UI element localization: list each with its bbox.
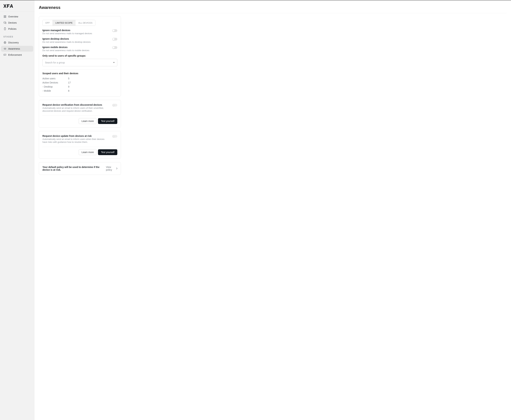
setting-desc: Do not send awareness mails to managed d… [42,32,109,35]
sidebar-item-label: Discovery [8,41,19,44]
setting-title: Ignore desktop devices [42,38,109,40]
group-select[interactable]: Search for a group [42,59,117,66]
setting-title: Request device update from devices at ri… [42,135,109,137]
update-setting: Request device update from devices at ri… [42,135,117,144]
sidebar-item-label: Enforcement [8,53,22,56]
view-policy-label: View policy [106,166,116,171]
svg-rect-3 [5,17,6,18]
scope-tab-limited[interactable]: LIMITED SCOPE [53,20,75,26]
policies-icon [3,27,7,30]
setting-desc: Automatically send an email to inform us… [42,106,109,112]
sidebar-item-overview[interactable]: Overview [1,14,33,20]
sidebar-item-label: Policies [8,28,16,30]
stat-row: - Mobile 8 [42,89,117,93]
sidebar: Overview Devices Policies STAGES Discov [0,0,34,420]
page-title: Awareness [39,5,507,13]
toggle-ignore-mobile[interactable] [112,46,117,49]
logo [0,0,34,12]
svg-rect-0 [4,15,5,16]
stat-value: 8 [68,90,69,92]
setting-title: Ignore managed devices [42,29,109,32]
divider [42,147,117,147]
setting-desc: Do not send awareness mails to desktop d… [42,41,109,44]
setting-ignore-desktop: Ignore desktop devices Do not send aware… [42,38,117,44]
view-policy-link[interactable]: View policy [106,166,117,171]
scope-card: OFF LIMITED SCOPE ALL DEVICES Ignore man… [39,16,121,97]
divider [42,69,117,70]
stat-value: 17 [68,81,71,84]
toggle-ignore-desktop[interactable] [112,38,117,41]
sidebar-item-label: Devices [8,21,17,24]
awareness-icon [3,47,7,50]
setting-desc: Do not send awareness mails to mobile de… [42,49,109,52]
svg-point-8 [4,42,5,43]
scope-tabs: OFF LIMITED SCOPE ALL DEVICES [42,20,95,26]
chevron-right-icon [116,168,117,169]
sidebar-item-devices[interactable]: Devices [1,20,33,26]
setting-ignore-managed: Ignore managed devices Do not send aware… [42,29,117,35]
verification-card: Request device verification from discove… [39,100,121,128]
overview-icon [3,15,7,18]
stat-value: 9 [68,85,69,88]
enforcement-icon [3,53,7,56]
groups-label: Only send to users of specific groups: [42,54,117,57]
stat-row: Active Devices 17 [42,81,117,85]
test-yourself-button[interactable]: Test yourself [98,118,117,124]
sidebar-item-label: Overview [8,15,18,18]
sidebar-item-discovery[interactable]: Discovery [1,40,33,45]
discovery-icon [3,41,7,44]
sidebar-section-stages: STAGES [1,32,33,39]
scope-tab-all[interactable]: ALL DEVICES [75,20,95,26]
svg-rect-5 [5,22,6,24]
stat-label: Active users [42,77,68,80]
svg-rect-6 [4,28,6,30]
stat-value: 5 [68,77,69,80]
brand-logo-icon [3,4,13,8]
learn-more-button[interactable]: Learn more [79,118,97,124]
group-select-placeholder: Search for a group [45,61,65,64]
sidebar-item-enforcement[interactable]: Enforcement [1,52,33,58]
nav: Overview Devices Policies STAGES Discov [0,12,34,60]
learn-more-button[interactable]: Learn more [79,149,97,155]
toggle-update[interactable] [112,135,117,138]
svg-rect-2 [4,17,5,18]
setting-desc: Automatically send an email to inform us… [42,138,109,144]
scope-tab-off[interactable]: OFF [43,20,53,26]
main-content: Awareness OFF LIMITED SCOPE ALL DEVICES … [34,0,511,420]
policy-notice-card: Your default policy will be used to dete… [39,162,121,175]
sidebar-item-label: Awareness [8,47,20,50]
update-card: Request device update from devices at ri… [39,131,121,159]
policy-notice-text: Your default policy will be used to dete… [42,166,106,171]
stat-label: - Mobile [42,90,68,92]
verification-setting: Request device verification from discove… [42,104,117,112]
sidebar-item-policies[interactable]: Policies [1,26,33,32]
stat-label: Active Devices [42,81,68,84]
toggle-ignore-managed[interactable] [112,29,117,32]
toggle-verification[interactable] [112,104,117,106]
test-yourself-button[interactable]: Test yourself [98,149,117,155]
setting-ignore-mobile: Ignore mobile devices Do not send awaren… [42,46,117,52]
setting-title: Request device verification from discove… [42,104,109,106]
divider [42,116,117,116]
stat-row: Active users 5 [42,76,117,81]
stats-title: Scoped users and their devices [42,72,117,75]
setting-title: Ignore mobile devices [42,46,109,49]
svg-rect-1 [5,15,6,16]
devices-icon [3,21,7,24]
chevron-down-icon [113,62,115,63]
stat-row: - Desktop 9 [42,85,117,89]
stat-label: - Desktop [42,85,68,88]
sidebar-item-awareness[interactable]: Awareness [1,46,33,52]
